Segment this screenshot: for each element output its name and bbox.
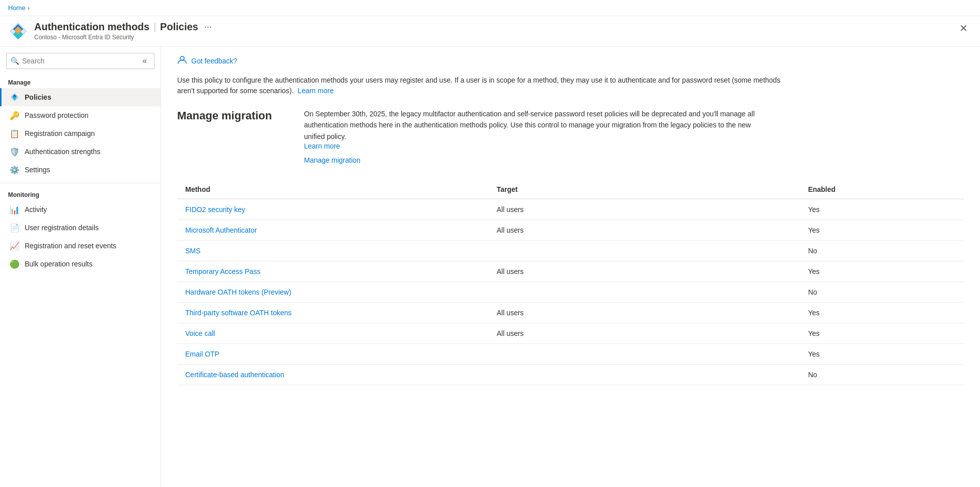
table-header-row: Method Target Enabled	[177, 180, 964, 199]
method-link[interactable]: FIDO2 security key	[185, 205, 245, 214]
learn-more-link-2[interactable]: Learn more	[304, 142, 340, 150]
method-link[interactable]: Hardware OATH tokens (Preview)	[185, 288, 291, 296]
more-options-button[interactable]: ···	[204, 22, 212, 32]
manage-migration-title: Manage migration	[177, 108, 288, 122]
target-cell: All users	[489, 199, 800, 220]
main-content: Got feedback? Use this policy to configu…	[161, 47, 980, 487]
app-logo	[8, 21, 28, 41]
enabled-cell: Yes	[800, 261, 964, 282]
sidebar-divider	[0, 183, 161, 183]
sidebar-item-activity[interactable]: 📊 Activity	[0, 200, 161, 219]
gear-icon: ⚙️	[10, 165, 20, 175]
target-cell	[489, 282, 800, 303]
chart-icon: 📊	[10, 204, 20, 215]
table-row: Temporary Access PassAll usersYes	[177, 261, 964, 282]
feedback-bar[interactable]: Got feedback?	[177, 55, 964, 67]
sidebar-item-registration-reset-events-label: Registration and reset events	[25, 242, 116, 250]
app-container: Home › Authentication methods | Policies…	[0, 0, 980, 487]
key-icon: 🔑	[10, 110, 20, 120]
document-icon: 📄	[10, 223, 20, 233]
method-link[interactable]: Microsoft Authenticator	[185, 226, 257, 234]
search-icon: 🔍	[11, 57, 19, 65]
method-cell: FIDO2 security key	[177, 199, 489, 220]
search-input[interactable]	[22, 57, 136, 65]
sidebar-item-registration-campaign-label: Registration campaign	[25, 129, 95, 137]
sidebar-item-user-registration-details[interactable]: 📄 User registration details	[0, 219, 161, 237]
method-cell: Microsoft Authenticator	[177, 220, 489, 241]
sidebar-item-settings[interactable]: ⚙️ Settings	[0, 161, 161, 179]
manage-migration-link[interactable]: Manage migration	[304, 156, 757, 164]
collapse-button[interactable]: «	[139, 55, 150, 66]
enabled-cell: Yes	[800, 303, 964, 323]
enabled-cell: Yes	[800, 199, 964, 220]
table-row: Voice callAll usersYes	[177, 323, 964, 344]
table-row: Third-party software OATH tokensAll user…	[177, 303, 964, 323]
breadcrumb-home[interactable]: Home	[8, 4, 26, 12]
sidebar-item-authentication-strengths[interactable]: 🛡️ Authentication strengths	[0, 143, 161, 161]
page-title-block: Authentication methods | Policies ··· Co…	[34, 21, 212, 41]
methods-table: Method Target Enabled FIDO2 security key…	[177, 180, 964, 385]
sidebar-item-activity-label: Activity	[25, 205, 47, 214]
page-header: Authentication methods | Policies ··· Co…	[0, 16, 980, 47]
sidebar-item-authentication-strengths-label: Authentication strengths	[25, 148, 100, 156]
close-button[interactable]: ✕	[959, 22, 968, 34]
target-cell	[489, 344, 800, 365]
sidebar-item-bulk-operation-results-label: Bulk operation results	[25, 260, 93, 268]
sidebar-item-settings-label: Settings	[25, 166, 50, 174]
sidebar: 🔍 « Manage Policies 🔑 Password protectio…	[0, 47, 161, 487]
col-target-header: Target	[489, 180, 800, 199]
table-header: Method Target Enabled	[177, 180, 964, 199]
method-link[interactable]: Voice call	[185, 329, 215, 337]
sidebar-item-policies[interactable]: Policies	[0, 88, 161, 106]
method-link[interactable]: Third-party software OATH tokens	[185, 309, 291, 317]
feedback-icon	[177, 55, 187, 67]
breadcrumb-chevron: ›	[28, 4, 30, 12]
enabled-cell: No	[800, 282, 964, 303]
page-title: Authentication methods	[34, 21, 149, 33]
search-box: 🔍 «	[6, 53, 155, 69]
method-link[interactable]: Email OTP	[185, 350, 219, 358]
manage-section-label: Manage	[0, 75, 161, 88]
method-link[interactable]: SMS	[185, 247, 200, 255]
sidebar-item-password-protection[interactable]: 🔑 Password protection	[0, 106, 161, 124]
table-row: Email OTPYes	[177, 344, 964, 365]
sidebar-item-registration-campaign[interactable]: 📋 Registration campaign	[0, 124, 161, 143]
table-row: SMSNo	[177, 241, 964, 261]
target-cell: All users	[489, 261, 800, 282]
table-row: Microsoft AuthenticatorAll usersYes	[177, 220, 964, 241]
learn-more-link-1[interactable]: Learn more	[297, 87, 334, 95]
breadcrumb-bar: Home ›	[0, 0, 980, 16]
blob-icon: 🟢	[10, 259, 20, 269]
manage-migration-section: Manage migration On September 30th, 2025…	[177, 108, 964, 164]
table-row: Certificate-based authenticationNo	[177, 365, 964, 385]
method-cell: Email OTP	[177, 344, 489, 365]
table-row: FIDO2 security keyAll usersYes	[177, 199, 964, 220]
method-cell: Third-party software OATH tokens	[177, 303, 489, 323]
target-cell	[489, 241, 800, 261]
page-subtitle: Contoso - Microsoft Entra ID Security	[34, 34, 212, 41]
manage-migration-description: On September 30th, 2025, the legacy mult…	[304, 108, 757, 142]
methods-tbody: FIDO2 security keyAll usersYesMicrosoft …	[177, 199, 964, 385]
main-layout: 🔍 « Manage Policies 🔑 Password protectio…	[0, 47, 980, 487]
method-link[interactable]: Certificate-based authentication	[185, 371, 284, 379]
table-row: Hardware OATH tokens (Preview)No	[177, 282, 964, 303]
badge-icon: 📋	[10, 128, 20, 138]
enabled-cell: No	[800, 241, 964, 261]
method-link[interactable]: Temporary Access Pass	[185, 267, 260, 275]
sidebar-item-bulk-operation-results[interactable]: 🟢 Bulk operation results	[0, 255, 161, 273]
policy-description-text: Use this policy to configure the authent…	[177, 76, 780, 95]
sidebar-item-registration-reset-events[interactable]: 📈 Registration and reset events	[0, 237, 161, 255]
table-icon: 📈	[10, 241, 20, 251]
feedback-svg	[177, 55, 187, 65]
method-cell: Voice call	[177, 323, 489, 344]
target-cell	[489, 365, 800, 385]
method-cell: SMS	[177, 241, 489, 261]
logo-svg	[9, 22, 27, 40]
policy-description: Use this policy to configure the authent…	[177, 75, 781, 96]
sidebar-item-user-registration-details-label: User registration details	[25, 224, 99, 232]
method-cell: Hardware OATH tokens (Preview)	[177, 282, 489, 303]
monitoring-section-label: Monitoring	[0, 187, 161, 200]
feedback-label[interactable]: Got feedback?	[191, 57, 237, 65]
target-cell: All users	[489, 303, 800, 323]
enabled-cell: Yes	[800, 344, 964, 365]
